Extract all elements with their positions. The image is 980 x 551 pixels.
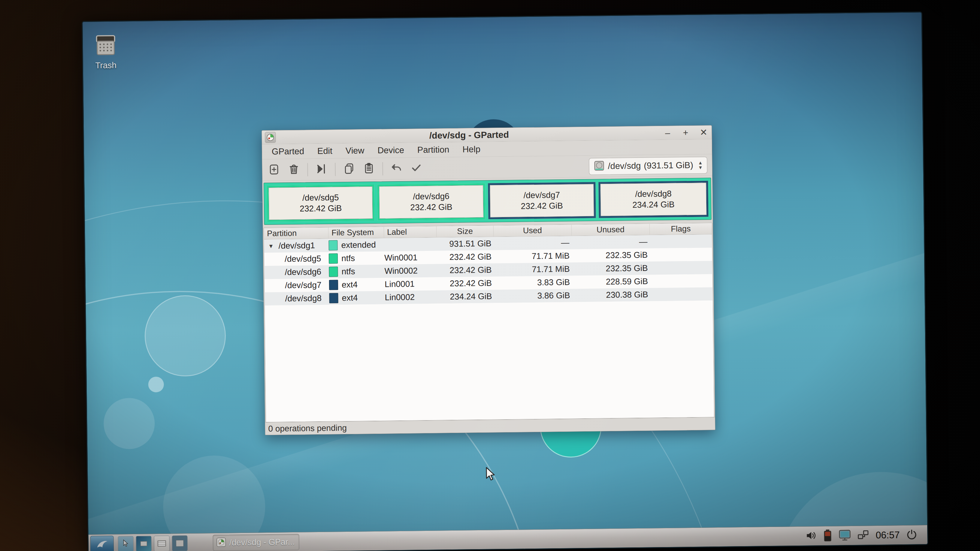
fs-name: ntfs	[341, 254, 355, 264]
copy-button[interactable]	[340, 160, 358, 178]
cell-label	[384, 244, 437, 245]
cell-label: Win0002	[384, 266, 437, 276]
display-icon[interactable]	[838, 529, 851, 542]
partition-box-name: /dev/sdg5	[302, 193, 339, 203]
cell-used: 3.83 GiB	[494, 277, 572, 288]
cell-label: Lin0001	[385, 279, 437, 289]
header-size[interactable]: Size	[437, 225, 493, 237]
menu-device[interactable]: Device	[371, 144, 410, 157]
header-unused[interactable]: Unused	[572, 224, 650, 236]
cell-size: 232.42 GiB	[437, 252, 494, 262]
taskbar: /dev/sdg - GPar...	[88, 525, 928, 551]
fs-color-swatch	[329, 267, 338, 277]
cell-file-system: ntfs	[329, 266, 384, 277]
show-desktop-button[interactable]	[172, 535, 188, 551]
trash-label: Trash	[88, 60, 124, 70]
partition-box-size: 232.42 GiB	[300, 203, 342, 214]
cell-file-system: ext4	[329, 292, 385, 303]
paste-button[interactable]	[360, 160, 378, 178]
toolbar-separator	[382, 162, 383, 175]
close-button[interactable]: ✕	[698, 126, 709, 138]
device-selector[interactable]: /dev/sdg (931.51 GiB) ▲▼	[589, 157, 707, 175]
partition-box-sdg7[interactable]: /dev/sdg7 232.42 GiB	[488, 182, 596, 219]
paste-icon	[363, 162, 375, 176]
copy-icon	[342, 162, 355, 176]
gparted-task-icon	[216, 537, 226, 548]
clock[interactable]: 06:57	[875, 529, 899, 541]
cell-label: Win0001	[384, 253, 437, 263]
network-icon[interactable]	[857, 529, 870, 542]
partition-box-sdg8[interactable]: /dev/sdg8 234.24 GiB	[598, 181, 709, 218]
undo-button[interactable]	[388, 160, 405, 177]
pager-workspace-2[interactable]	[154, 535, 170, 551]
cell-size: 234.24 GiB	[437, 291, 494, 302]
minimize-button[interactable]: –	[662, 127, 673, 139]
start-menu-button[interactable]	[90, 535, 114, 551]
workspace-window-thumbnail	[140, 541, 147, 546]
desktop-screen: Trash /dev/sdg - GParted – + ✕	[82, 11, 928, 551]
cell-used: 71.71 MiB	[494, 264, 572, 275]
wallpaper-circle	[144, 295, 226, 377]
cell-partition: /dev/sdg6	[278, 267, 329, 277]
cell-flags	[650, 294, 713, 294]
partition-box-sdg5[interactable]: /dev/sdg5 232.42 GiB	[267, 184, 375, 222]
partition-box-sdg6[interactable]: /dev/sdg6 232.42 GiB	[377, 183, 485, 221]
cell-partition: /dev/sdg5	[278, 254, 329, 264]
apply-button[interactable]	[407, 159, 425, 177]
cell-flags	[650, 254, 712, 255]
device-spinner[interactable]: ▲▼	[698, 160, 703, 170]
trash-icon	[88, 33, 124, 58]
partition-box-size: 232.42 GiB	[410, 202, 452, 213]
mouse-cursor	[485, 467, 498, 483]
device-path: /dev/sdg	[608, 161, 641, 171]
header-partition[interactable]: Partition	[264, 227, 328, 239]
menu-edit[interactable]: Edit	[311, 144, 338, 157]
cell-size: 232.42 GiB	[437, 265, 494, 275]
header-used[interactable]: Used	[493, 224, 572, 237]
pager-workspace-1[interactable]	[136, 536, 152, 551]
extended-partition-frame: /dev/sdg5 232.42 GiB /dev/sdg6 232.42 Gi…	[264, 178, 711, 225]
battery-icon[interactable]	[822, 529, 832, 543]
cell-partition: /dev/sdg7	[278, 280, 329, 291]
menu-partition[interactable]: Partition	[411, 143, 455, 156]
monitor-photo: Trash /dev/sdg - GParted – + ✕	[0, 0, 980, 551]
lubuntu-bird-icon	[95, 537, 109, 551]
header-file-system[interactable]: File System	[328, 227, 384, 238]
resize-move-button[interactable]	[313, 160, 330, 178]
cell-partition: /dev/sdg1	[278, 241, 328, 251]
cell-unused: 228.59 GiB	[572, 277, 650, 287]
taskbar-window-button[interactable]: /dev/sdg - GPar...	[213, 534, 299, 551]
apply-icon	[410, 162, 423, 175]
header-label[interactable]: Label	[384, 226, 437, 238]
cell-unused: —	[572, 237, 650, 248]
menu-help[interactable]: Help	[457, 143, 487, 156]
file-manager-launcher[interactable]	[118, 536, 134, 551]
wallpaper-circle	[103, 398, 155, 449]
partition-box-name: /dev/sdg6	[413, 192, 449, 202]
menu-gparted[interactable]: GParted	[266, 145, 310, 158]
new-partition-button[interactable]	[265, 161, 283, 179]
volume-icon[interactable]	[805, 529, 817, 543]
trash-desktop-icon[interactable]: Trash	[88, 33, 124, 70]
device-size: (931.51 GiB)	[644, 160, 693, 171]
fs-color-swatch	[329, 253, 338, 264]
fs-color-swatch	[329, 293, 338, 303]
header-flags[interactable]: Flags	[650, 223, 712, 235]
partition-box-name: /dev/sdg8	[635, 189, 671, 199]
cell-size: 931.51 GiB	[437, 238, 493, 249]
power-icon[interactable]	[905, 528, 918, 541]
fs-color-swatch	[328, 240, 337, 250]
delete-partition-button[interactable]	[285, 161, 303, 179]
expander-icon[interactable]: ▾	[264, 242, 278, 250]
cell-used: —	[493, 238, 572, 248]
cell-partition: /dev/sdg8	[278, 294, 329, 304]
undo-icon	[390, 162, 403, 175]
delete-partition-icon	[287, 163, 300, 176]
fs-name: ext4	[342, 293, 358, 303]
show-desktop-icon	[176, 540, 184, 546]
cell-flags	[650, 241, 712, 241]
menu-view[interactable]: View	[340, 144, 371, 157]
cell-label: Lin0002	[385, 292, 437, 303]
maximize-button[interactable]: +	[680, 126, 690, 138]
new-partition-icon	[267, 163, 280, 177]
